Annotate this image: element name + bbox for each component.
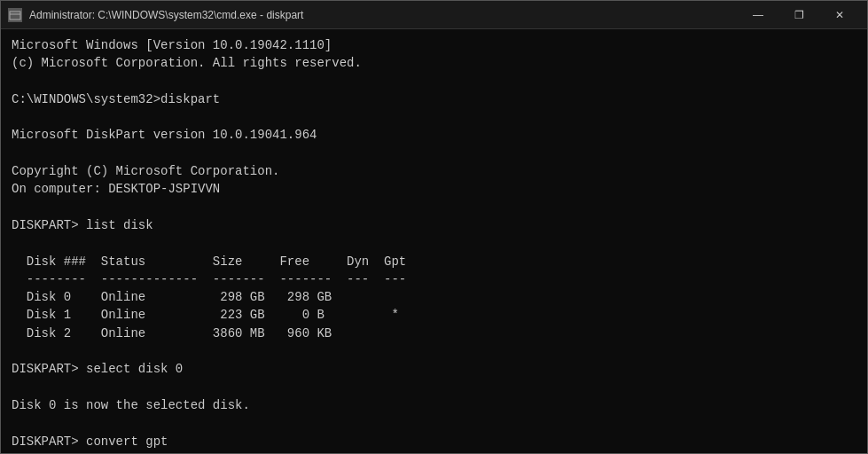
titlebar: Administrator: C:\WINDOWS\system32\cmd.e… [1,1,867,29]
svg-rect-0 [10,12,20,20]
window-icon [8,8,22,22]
terminal-text: Microsoft Windows [Version 10.0.19042.11… [12,36,856,453]
cmd-window: Administrator: C:\WINDOWS\system32\cmd.e… [0,0,868,454]
close-button[interactable]: ✕ [819,1,860,29]
window-controls: — ❐ ✕ [738,1,860,29]
maximize-button[interactable]: ❐ [778,1,819,29]
window-title: Administrator: C:\WINDOWS\system32\cmd.e… [29,9,738,21]
terminal-output[interactable]: Microsoft Windows [Version 10.0.19042.11… [1,29,867,453]
minimize-button[interactable]: — [738,1,778,29]
